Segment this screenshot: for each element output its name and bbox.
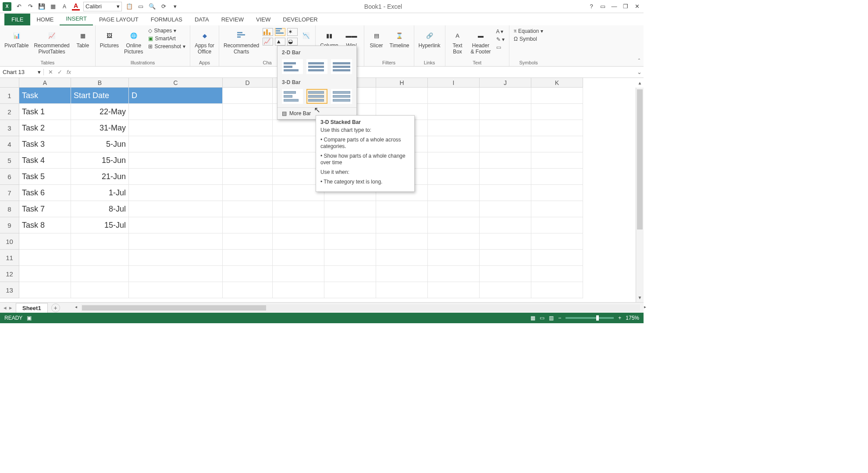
- cell[interactable]: [480, 250, 531, 266]
- scroll-up-icon[interactable]: ▲: [636, 81, 644, 88]
- cell[interactable]: [71, 250, 129, 266]
- cell[interactable]: [480, 217, 531, 233]
- cell[interactable]: [531, 169, 583, 185]
- cell[interactable]: [19, 266, 71, 282]
- cell[interactable]: [428, 120, 480, 136]
- 2d-100-stacked-bar-option[interactable]: [331, 59, 352, 74]
- tab-review[interactable]: REVIEW: [215, 14, 250, 25]
- cell[interactable]: [273, 201, 324, 217]
- cell[interactable]: [428, 104, 480, 120]
- cell[interactable]: [324, 201, 376, 217]
- cell[interactable]: [129, 201, 223, 217]
- zoom-out-icon[interactable]: −: [558, 315, 561, 321]
- cell[interactable]: [324, 282, 376, 298]
- cell[interactable]: [223, 201, 273, 217]
- object-button[interactable]: ▭: [494, 44, 506, 51]
- cell[interactable]: [376, 88, 428, 104]
- cell[interactable]: [480, 233, 531, 250]
- cell[interactable]: [376, 282, 428, 298]
- cell[interactable]: [531, 266, 583, 282]
- cell[interactable]: D: [129, 88, 223, 104]
- vertical-scrollbar-thumb[interactable]: [637, 89, 643, 229]
- cell[interactable]: [480, 104, 531, 120]
- cell[interactable]: [376, 266, 428, 282]
- insert-column-chart-button[interactable]: [263, 28, 273, 36]
- tab-file[interactable]: FILE: [4, 14, 30, 25]
- header-footer-button[interactable]: ▬Header & Footer: [469, 27, 493, 56]
- tab-developer[interactable]: DEVELOPER: [277, 14, 324, 25]
- row-header[interactable]: 4: [0, 136, 19, 152]
- help-icon[interactable]: ?: [587, 3, 595, 11]
- close-icon[interactable]: ✕: [633, 3, 641, 11]
- pictures-button[interactable]: 🖼Pictures: [98, 27, 121, 50]
- cell[interactable]: Task 1: [19, 104, 71, 120]
- pivotchart-button[interactable]: 📉: [299, 27, 313, 44]
- insert-combo-chart-button[interactable]: ◒: [287, 38, 298, 46]
- 3d-100-stacked-bar-option[interactable]: [331, 89, 352, 104]
- scroll-left-icon[interactable]: ◂: [75, 304, 77, 309]
- tab-home[interactable]: HOME: [30, 14, 60, 25]
- cell[interactable]: [480, 136, 531, 152]
- cell[interactable]: [480, 266, 531, 282]
- cell[interactable]: [129, 250, 223, 266]
- column-header[interactable]: K: [531, 78, 583, 88]
- tab-page-layout[interactable]: PAGE LAYOUT: [93, 14, 145, 25]
- view-page-layout-icon[interactable]: ▭: [540, 315, 544, 321]
- cell[interactable]: [531, 120, 583, 136]
- cell[interactable]: [531, 250, 583, 266]
- cell[interactable]: [531, 88, 583, 104]
- cell[interactable]: [531, 233, 583, 250]
- cell[interactable]: [376, 217, 428, 233]
- horizontal-scrollbar-thumb[interactable]: [82, 305, 266, 311]
- cell[interactable]: [129, 217, 223, 233]
- column-header[interactable]: H: [376, 78, 428, 88]
- cell[interactable]: [71, 266, 129, 282]
- cell[interactable]: [273, 250, 324, 266]
- enter-formula-icon[interactable]: ✓: [57, 69, 62, 75]
- cell[interactable]: [223, 266, 273, 282]
- table-button[interactable]: ▦Table: [73, 27, 92, 50]
- cancel-formula-icon[interactable]: ✕: [48, 69, 53, 75]
- slicer-button[interactable]: ▤Slicer: [367, 27, 386, 50]
- cell[interactable]: [324, 217, 376, 233]
- cell[interactable]: [129, 136, 223, 152]
- symbol-button[interactable]: ΩSymbol: [512, 35, 545, 42]
- fx-icon[interactable]: fx: [67, 69, 71, 75]
- column-header[interactable]: I: [428, 78, 480, 88]
- 2d-stacked-bar-option[interactable]: [306, 59, 327, 74]
- cell[interactable]: 15-Jun: [71, 152, 129, 169]
- cell[interactable]: [223, 88, 273, 104]
- column-header[interactable]: B: [71, 78, 129, 88]
- sheet-nav-first-icon[interactable]: ◂: [4, 304, 7, 311]
- cell[interactable]: Task 6: [19, 185, 71, 201]
- 2d-clustered-bar-option[interactable]: [282, 59, 303, 74]
- cell[interactable]: [129, 233, 223, 250]
- shapes-button[interactable]: ◇Shapes ▾: [146, 27, 187, 34]
- text-box-button[interactable]: AText Box: [448, 27, 467, 56]
- tab-insert[interactable]: INSERT: [60, 13, 92, 25]
- name-box[interactable]: Chart 13▾: [0, 69, 44, 75]
- cell[interactable]: [428, 136, 480, 152]
- cell[interactable]: Task 8: [19, 217, 71, 233]
- tab-data[interactable]: DATA: [189, 14, 215, 25]
- cell[interactable]: [273, 282, 324, 298]
- timeline-button[interactable]: ⌛Timeline: [388, 27, 411, 50]
- wordart-button[interactable]: A ▾: [494, 28, 506, 35]
- zoom-icon[interactable]: 🔍: [148, 3, 156, 11]
- cell[interactable]: [223, 169, 273, 185]
- smartart-button[interactable]: ▣SmartArt: [146, 35, 187, 42]
- scroll-down-icon[interactable]: ▼: [636, 295, 644, 302]
- macro-record-icon[interactable]: ▣: [27, 315, 32, 321]
- cell[interactable]: [223, 233, 273, 250]
- cell[interactable]: [428, 282, 480, 298]
- signature-line-button[interactable]: ✎ ▾: [494, 36, 506, 43]
- hyperlink-button[interactable]: 🔗Hyperlink: [417, 27, 442, 50]
- column-header[interactable]: J: [480, 78, 531, 88]
- add-sheet-button[interactable]: +: [51, 304, 60, 312]
- cell[interactable]: [19, 250, 71, 266]
- cell[interactable]: [129, 282, 223, 298]
- zoom-slider[interactable]: [566, 317, 614, 319]
- cell[interactable]: [129, 152, 223, 169]
- cell[interactable]: [480, 120, 531, 136]
- insert-stock-chart-button[interactable]: ✶: [287, 28, 298, 36]
